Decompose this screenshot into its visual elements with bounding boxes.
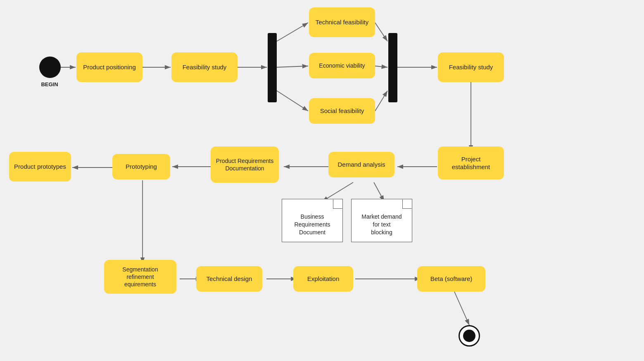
product-prototypes-node[interactable]: Product prototypes bbox=[9, 152, 71, 182]
begin-label: BEGIN bbox=[33, 81, 66, 87]
svg-line-6 bbox=[277, 91, 308, 111]
svg-line-22 bbox=[454, 292, 469, 325]
sync-bar-left bbox=[268, 33, 277, 102]
technical-feasibility-node[interactable]: Technical feasibility bbox=[309, 7, 375, 37]
social-feasibility-node[interactable]: Social feasibility bbox=[309, 98, 375, 124]
sync-bar-right bbox=[388, 33, 397, 102]
technical-design-node[interactable]: Technical design bbox=[196, 266, 262, 292]
brd-document: BusinessRequirementsDocument bbox=[282, 199, 343, 242]
diagram: BEGIN Product positioning Feasibility st… bbox=[0, 0, 644, 361]
segmentation-node[interactable]: Segmentationrefinementequirements bbox=[104, 260, 176, 294]
prototyping-node[interactable]: Prototyping bbox=[112, 154, 170, 179]
svg-line-5 bbox=[277, 66, 308, 67]
svg-line-8 bbox=[375, 66, 387, 67]
end-node bbox=[459, 325, 480, 347]
svg-line-4 bbox=[277, 23, 308, 41]
prd-node[interactable]: Product Requirements Documentation bbox=[211, 146, 279, 183]
svg-line-7 bbox=[375, 23, 387, 41]
market-demand-document: Market demandfor textblocking bbox=[351, 199, 412, 242]
begin-node bbox=[39, 57, 61, 78]
feasibility-study-2-node[interactable]: Feasibility study bbox=[438, 52, 504, 82]
demand-analysis-node[interactable]: Demand analysis bbox=[328, 152, 394, 177]
end-inner-circle bbox=[463, 330, 475, 342]
exploitation-node[interactable]: Exploitation bbox=[293, 266, 353, 292]
project-establishment-node[interactable]: Project establishment bbox=[438, 146, 504, 179]
economic-viability-node[interactable]: Economic viability bbox=[309, 53, 375, 78]
product-positioning-node[interactable]: Product positioning bbox=[76, 52, 143, 82]
feasibility-study-1-node[interactable]: Feasibility study bbox=[171, 52, 238, 82]
svg-line-9 bbox=[375, 91, 387, 111]
beta-node[interactable]: Beta (software) bbox=[417, 266, 485, 292]
